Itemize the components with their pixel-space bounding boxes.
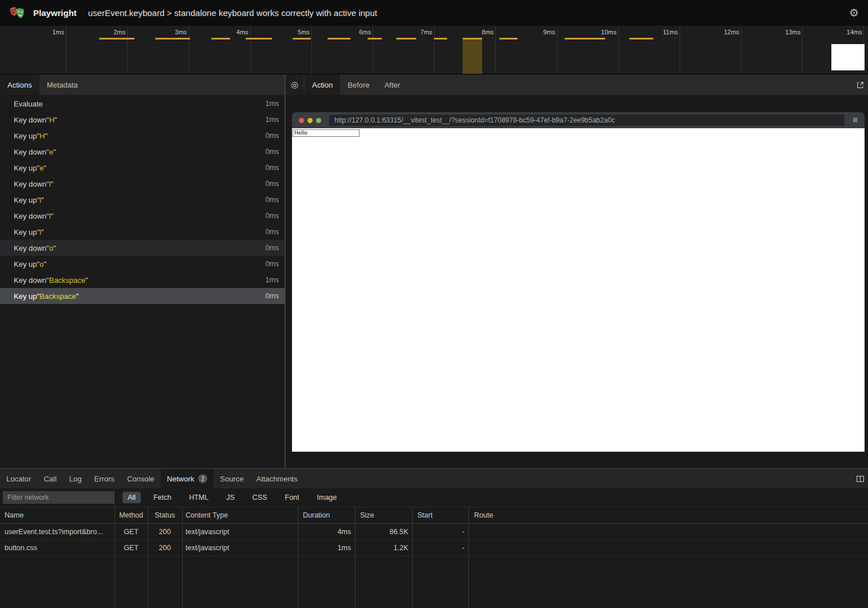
col-status[interactable]: Status [148,511,182,519]
tab-action[interactable]: Action [305,74,340,95]
action-list: Evaluate1ms Key down "H"1ms Key up "H"0m… [0,96,285,468]
action-row[interactable]: Key up "l"0ms [0,224,285,240]
target-icon: ◎ [291,80,298,90]
action-row[interactable]: Key down "Backspace"1ms [0,272,285,288]
action-row[interactable]: Key up "o"0ms [0,256,285,272]
snapshot-panel: ◎ Action Before After http://127.0. [286,74,868,468]
tab-log[interactable]: Log [63,469,88,488]
filter-chip-js[interactable]: JS [221,492,240,503]
action-time-tick [565,38,605,40]
filter-chip-html[interactable]: HTML [184,492,214,503]
action-duration: 1ms [265,100,279,108]
trace-title: userEvent.keyboard > standalone keyboard… [88,8,377,18]
filter-chip-fetch[interactable]: Fetch [148,492,176,503]
key-value: H [40,132,45,140]
timeline-label: 7ms [373,26,434,35]
external-link-icon [856,81,865,89]
snapshot-viewport: http://127.0.0.1:63315/__vitest_test__/?… [286,96,868,468]
snapshot-text-input[interactable]: Hello [293,129,360,137]
snapshot-page: Hello [292,128,865,452]
timeline-label: 6ms [312,26,373,35]
snapshot-tabbar: ◎ Action Before After [286,74,868,96]
action-row[interactable]: Key down "o"0ms [0,240,285,256]
action-time-tick [629,38,653,40]
locator-picker-button[interactable]: ◎ [286,74,303,95]
network-request-row[interactable]: userEvent.test.ts?import&bro... GET 200 … [0,524,868,540]
timeline-label: 4ms [189,26,250,35]
filter-chip-image[interactable]: Image [312,492,342,503]
tab-metadata[interactable]: Metadata [40,74,85,95]
action-row[interactable]: Key up "H"0ms [0,128,285,144]
col-size[interactable]: Size [355,511,412,519]
action-time-tick [434,38,447,40]
key-value: Backspace [40,292,76,301]
tab-before[interactable]: Before [340,74,377,95]
action-duration: 0ms [265,196,279,204]
key-value: o [40,260,44,269]
action-row[interactable]: Evaluate1ms [0,96,285,112]
address-bar: http://127.0.0.1:63315/__vitest_test__/?… [329,115,845,126]
timeline-label: 10ms [558,26,618,35]
settings-gear-icon[interactable]: ⚙ [849,7,859,18]
tab-after[interactable]: After [377,74,407,95]
col-content-type[interactable]: Content Type [182,511,298,519]
action-time-tick [396,38,416,40]
details-panel: Locator Call Log Errors Console Network … [0,468,868,608]
actions-tabbar: Actions Metadata [0,74,285,96]
toggle-panel-layout-button[interactable] [856,469,865,488]
action-time-tick [328,38,350,40]
network-table: Name Method Status Content Type Duration… [0,507,868,608]
network-filter-input[interactable] [3,491,115,504]
action-row[interactable]: Key down "l"0ms [0,208,285,224]
playwright-logo-icon [9,6,25,20]
action-row[interactable]: Key down "H"1ms [0,112,285,128]
browser-snapshot: http://127.0.0.1:63315/__vitest_test__/?… [292,112,865,452]
action-time-tick [499,38,518,40]
action-time-tick [293,38,311,40]
timeline-label: 11ms [619,26,680,35]
action-row[interactable]: Key up "Backspace"0ms [0,288,285,304]
action-time-tick [211,38,230,40]
film-strip-thumbnail[interactable] [831,44,865,70]
action-row[interactable]: Key up "l"0ms [0,192,285,208]
col-duration[interactable]: Duration [298,511,355,519]
tab-network[interactable]: Network 2 [161,469,214,488]
action-duration: 1ms [265,116,279,124]
action-time-tick [99,38,135,40]
tab-locator[interactable]: Locator [0,469,37,488]
col-route[interactable]: Route [468,511,868,519]
tab-source[interactable]: Source [214,469,250,488]
filter-chip-font[interactable]: Font [280,492,305,503]
timeline-ruler: 1ms 2ms 3ms 4ms 5ms 6ms 7ms 8ms 9ms 10ms… [0,26,868,74]
action-time-tick [155,38,190,40]
timeline-label: 13ms [741,26,802,35]
browser-chrome: http://127.0.0.1:63315/__vitest_test__/?… [292,112,865,128]
filter-chip-css[interactable]: CSS [247,492,273,503]
col-method[interactable]: Method [115,511,148,519]
tab-call[interactable]: Call [37,469,62,488]
tab-attachments[interactable]: Attachments [250,469,303,488]
key-value: Backspace [49,276,86,285]
tab-actions[interactable]: Actions [0,74,40,95]
action-duration: 0ms [265,180,279,188]
timeline[interactable]: 1ms 2ms 3ms 4ms 5ms 6ms 7ms 8ms 9ms 10ms… [0,26,868,74]
action-row[interactable]: Key up "e"0ms [0,160,285,176]
tab-console[interactable]: Console [121,469,161,488]
action-row[interactable]: Key down "l"0ms [0,176,285,192]
network-table-header: Name Method Status Content Type Duration… [0,507,868,524]
page-url: http://127.0.0.1:63315/__vitest_test__/?… [334,116,615,124]
col-start[interactable]: Start [412,511,468,519]
open-snapshot-button[interactable] [856,74,865,95]
filter-chip-all[interactable]: All [123,492,141,503]
action-duration: 0ms [265,132,279,140]
details-tabbar: Locator Call Log Errors Console Network … [0,469,868,488]
action-duration: 1ms [265,276,279,284]
col-name[interactable]: Name [0,511,115,519]
action-row[interactable]: Key down "e"0ms [0,144,285,160]
action-duration: 0ms [265,260,279,268]
tab-errors[interactable]: Errors [88,469,120,488]
action-duration: 0ms [265,212,279,220]
resource-type-filters: All Fetch HTML JS CSS Font Image [123,492,349,503]
network-request-row[interactable]: button.css GET 200 text/javascript 1ms 1… [0,540,868,556]
action-time-tick [463,38,482,40]
